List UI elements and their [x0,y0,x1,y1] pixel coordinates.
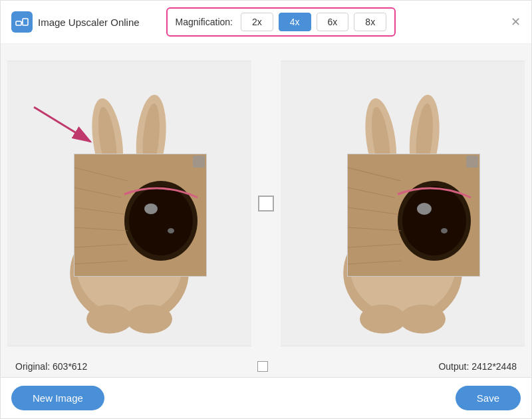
svg-point-46 [402,186,466,255]
svg-rect-0 [16,21,21,25]
zoom-box-original [74,154,207,277]
magnification-bar: Magnification: 2x 4x 6x 8x [166,7,396,37]
zoom-handle-upscaled[interactable] [466,156,478,168]
svg-point-16 [126,304,172,333]
original-dimensions: Original: 603*612 [15,361,87,372]
mag-btn-6x[interactable]: 6x [317,13,349,31]
save-button[interactable]: Save [456,386,521,410]
images-row [7,51,525,356]
new-image-button[interactable]: New Image [11,386,104,410]
app-logo-icon [11,11,33,33]
mag-btn-4x[interactable]: 4x [279,13,311,31]
svg-point-42 [360,304,406,333]
zoom-handle-original[interactable] [193,156,205,168]
divider-icon [258,196,274,211]
mag-btn-2x[interactable]: 2x [241,13,273,31]
logo-area: Image Upscaler Online [11,11,140,33]
original-image-panel [7,61,251,347]
svg-rect-1 [23,19,28,25]
mag-btn-8x[interactable]: 8x [354,13,386,31]
svg-point-43 [400,304,446,333]
magnification-label: Magnification: [176,17,233,27]
close-button[interactable]: ✕ [511,16,521,28]
app-title: Image Upscaler Online [38,17,140,28]
center-icon [257,361,268,372]
header: Image Upscaler Online Magnification: 2x … [1,1,531,44]
output-dimensions: Output: 2412*2448 [438,361,517,372]
svg-point-47 [417,203,432,215]
svg-point-21 [129,186,193,255]
app-container: Image Upscaler Online Magnification: 2x … [0,0,532,419]
upscaled-image-panel [281,61,525,347]
svg-point-22 [144,204,158,214]
svg-point-15 [86,304,132,333]
zoom-box-upscaled [347,154,480,277]
arrow-indicator [27,100,107,154]
info-bar: Original: 603*612 Output: 2412*2448 [7,356,525,377]
svg-point-23 [168,228,174,233]
svg-line-18 [34,107,90,142]
svg-point-48 [441,228,448,233]
main-content: Original: 603*612 Output: 2412*2448 [1,44,531,377]
bottom-bar: New Image Save [1,377,531,418]
